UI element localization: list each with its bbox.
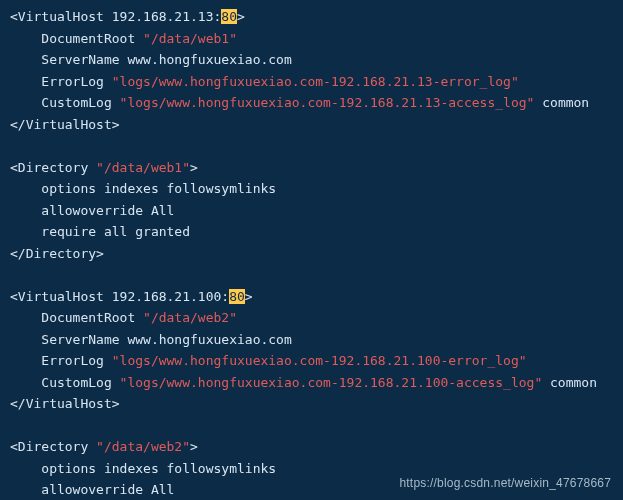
- vhost2-errorlog-label: ErrorLog: [10, 353, 112, 368]
- vhost2-open-a: <VirtualHost 192.168.21.100:: [10, 289, 229, 304]
- vhost1-port-highlight: 80: [221, 9, 237, 24]
- dir1-open-value: "/data/web1": [96, 160, 190, 175]
- vhost1-errorlog-value: "logs/www.hongfuxuexiao.com-192.168.21.1…: [112, 74, 519, 89]
- dir2-options: options indexes followsymlinks: [10, 461, 276, 476]
- vhost2-docroot-value: "/data/web2": [143, 310, 237, 325]
- dir1-allowoverride: allowoverride All: [10, 203, 174, 218]
- dir1-close: </Directory>: [10, 246, 104, 261]
- dir2-allowoverride: allowoverride All: [10, 482, 174, 497]
- dir1-options: options indexes followsymlinks: [10, 181, 276, 196]
- vhost1-open-a: <VirtualHost 192.168.21.13:: [10, 9, 221, 24]
- vhost2-docroot-label: DocumentRoot: [10, 310, 143, 325]
- vhost2-port-highlight: 80: [229, 289, 245, 304]
- vhost2-customlog-value: "logs/www.hongfuxuexiao.com-192.168.21.1…: [120, 375, 543, 390]
- vhost2-open-b: >: [245, 289, 253, 304]
- vhost2-servername: ServerName www.hongfuxuexiao.com: [10, 332, 292, 347]
- config-code-block: <VirtualHost 192.168.21.13:80> DocumentR…: [0, 0, 623, 500]
- vhost2-customlog-suffix: common: [542, 375, 597, 390]
- vhost2-close: </VirtualHost>: [10, 396, 120, 411]
- vhost1-customlog-value: "logs/www.hongfuxuexiao.com-192.168.21.1…: [120, 95, 535, 110]
- vhost1-servername: ServerName www.hongfuxuexiao.com: [10, 52, 292, 67]
- dir2-open-b: >: [190, 439, 198, 454]
- vhost1-open-b: >: [237, 9, 245, 24]
- vhost1-customlog-suffix: common: [534, 95, 589, 110]
- vhost1-close: </VirtualHost>: [10, 117, 120, 132]
- vhost1-errorlog-label: ErrorLog: [10, 74, 112, 89]
- vhost1-docroot-value: "/data/web1": [143, 31, 237, 46]
- dir1-open-b: >: [190, 160, 198, 175]
- vhost2-errorlog-value: "logs/www.hongfuxuexiao.com-192.168.21.1…: [112, 353, 527, 368]
- vhost1-docroot-label: DocumentRoot: [10, 31, 143, 46]
- dir1-require: require all granted: [10, 224, 190, 239]
- dir2-open-value: "/data/web2": [96, 439, 190, 454]
- dir1-open-a: <Directory: [10, 160, 96, 175]
- vhost2-customlog-label: CustomLog: [10, 375, 120, 390]
- vhost1-customlog-label: CustomLog: [10, 95, 120, 110]
- dir2-open-a: <Directory: [10, 439, 96, 454]
